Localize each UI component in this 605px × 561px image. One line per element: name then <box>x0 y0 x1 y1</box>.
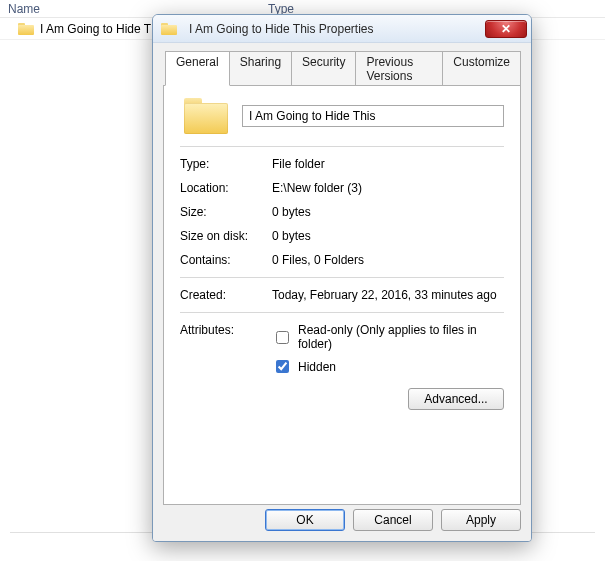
ok-button[interactable]: OK <box>265 509 345 531</box>
tab-general[interactable]: General <box>165 51 230 86</box>
divider <box>180 312 504 313</box>
cancel-button[interactable]: Cancel <box>353 509 433 531</box>
properties-dialog: I Am Going to Hide This Properties ✕ Gen… <box>152 14 532 542</box>
folder-name-input[interactable] <box>242 105 504 127</box>
readonly-row[interactable]: Read-only (Only applies to files in fold… <box>272 323 504 351</box>
created-value: Today, February 22, 2016, 33 minutes ago <box>272 288 504 302</box>
readonly-checkbox[interactable] <box>276 331 289 344</box>
created-label: Created: <box>180 288 272 302</box>
explorer-row-name: I Am Going to Hide This <box>40 22 167 36</box>
folder-icon <box>18 23 34 35</box>
tab-security[interactable]: Security <box>291 51 356 86</box>
size-value: 0 bytes <box>272 205 504 219</box>
advanced-button[interactable]: Advanced... <box>408 388 504 410</box>
tab-strip: General Sharing Security Previous Versio… <box>165 51 521 86</box>
tab-previous-versions[interactable]: Previous Versions <box>355 51 443 86</box>
size-label: Size: <box>180 205 272 219</box>
close-button[interactable]: ✕ <box>485 20 527 38</box>
contains-label: Contains: <box>180 253 272 267</box>
dialog-footer-buttons: OK Cancel Apply <box>265 509 521 531</box>
tab-panel-general: Type: File folder Location: E:\New folde… <box>163 85 521 505</box>
attributes-label: Attributes: <box>180 323 272 337</box>
size-on-disk-label: Size on disk: <box>180 229 272 243</box>
hidden-checkbox[interactable] <box>276 360 289 373</box>
type-value: File folder <box>272 157 504 171</box>
contains-value: 0 Files, 0 Folders <box>272 253 504 267</box>
tab-sharing[interactable]: Sharing <box>229 51 292 86</box>
dialog-title: I Am Going to Hide This Properties <box>189 22 485 36</box>
hidden-row[interactable]: Hidden <box>272 357 504 376</box>
hidden-label: Hidden <box>298 360 336 374</box>
close-icon: ✕ <box>501 22 511 36</box>
divider <box>180 146 504 147</box>
location-label: Location: <box>180 181 272 195</box>
readonly-label: Read-only (Only applies to files in fold… <box>298 323 504 351</box>
divider <box>180 277 504 278</box>
location-value: E:\New folder (3) <box>272 181 504 195</box>
titlebar[interactable]: I Am Going to Hide This Properties ✕ <box>153 15 531 43</box>
apply-button[interactable]: Apply <box>441 509 521 531</box>
type-label: Type: <box>180 157 272 171</box>
size-on-disk-value: 0 bytes <box>272 229 504 243</box>
tab-customize[interactable]: Customize <box>442 51 521 86</box>
folder-icon <box>184 98 228 134</box>
dialog-body: General Sharing Security Previous Versio… <box>153 43 531 541</box>
folder-icon <box>161 23 177 35</box>
